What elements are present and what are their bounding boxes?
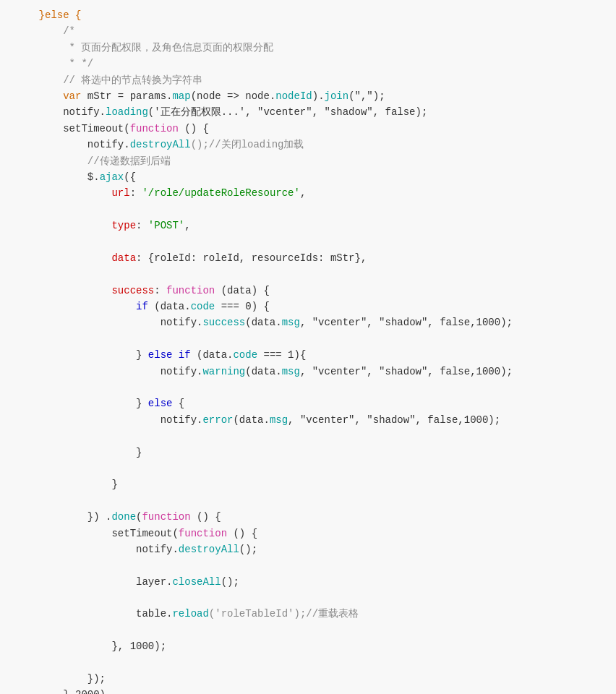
code-line: //传递数据到后端 <box>14 153 602 169</box>
code-line: notify.destroyAll();//关闭loading加载 <box>14 137 602 153</box>
code-line <box>14 622 602 638</box>
code-line <box>14 557 602 573</box>
code-line: notify.destroyAll(); <box>14 541 602 557</box>
code-line: notify.success(data.msg, "vcenter", "sha… <box>14 314 602 330</box>
code-block: }else { /* * 页面分配权限，及角色信息页面的权限分配 * */ //… <box>0 0 616 694</box>
code-line: } <box>14 476 602 492</box>
code-line: notify.warning(data.msg, "vcenter", "sha… <box>14 364 602 380</box>
code-line: // 将选中的节点转换为字符串 <box>14 72 602 88</box>
code-line <box>14 380 602 395</box>
code-line <box>14 428 602 444</box>
code-line: url: '/role/updateRoleResource', <box>14 185 602 201</box>
code-line <box>14 234 602 249</box>
code-line: } else { <box>14 395 602 411</box>
code-line: type: 'POST', <box>14 218 602 234</box>
code-line <box>14 493 602 509</box>
code-line: } <box>14 445 602 460</box>
code-line: setTimeout(function () { <box>14 121 602 137</box>
code-line: notify.error(data.msg, "vcenter", "shado… <box>14 412 602 428</box>
code-line: $.ajax({ <box>14 169 602 185</box>
code-line: data: {roleId: roleId, resourceIds: mStr… <box>14 250 602 266</box>
code-line: success: function (data) { <box>14 283 602 299</box>
code-line: table.reload('roleTableId');//重载表格 <box>14 606 602 622</box>
code-line: var mStr = params.map(node => node.nodeI… <box>14 88 602 104</box>
code-line: }else { <box>14 7 602 23</box>
code-line <box>14 202 602 218</box>
code-line: if (data.code === 0) { <box>14 299 602 314</box>
code-line <box>14 266 602 282</box>
code-line: },2000) <box>14 687 602 694</box>
code-line <box>14 460 602 476</box>
code-line: } else if (data.code === 1){ <box>14 347 602 363</box>
code-line: layer.closeAll(); <box>14 574 602 590</box>
code-line: * */ <box>14 56 602 72</box>
code-line: notify.loading('正在分配权限...', "vcenter", "… <box>14 104 602 120</box>
code-line <box>14 590 602 606</box>
code-line <box>14 331 602 347</box>
code-line: }) .done(function () { <box>14 509 602 525</box>
code-line: setTimeout(function () { <box>14 526 602 541</box>
code-line <box>14 655 602 671</box>
code-line: * 页面分配权限，及角色信息页面的权限分配 <box>14 40 602 56</box>
code-line: }); <box>14 671 602 687</box>
code-line: /* <box>14 23 602 39</box>
code-line: }, 1000); <box>14 638 602 654</box>
